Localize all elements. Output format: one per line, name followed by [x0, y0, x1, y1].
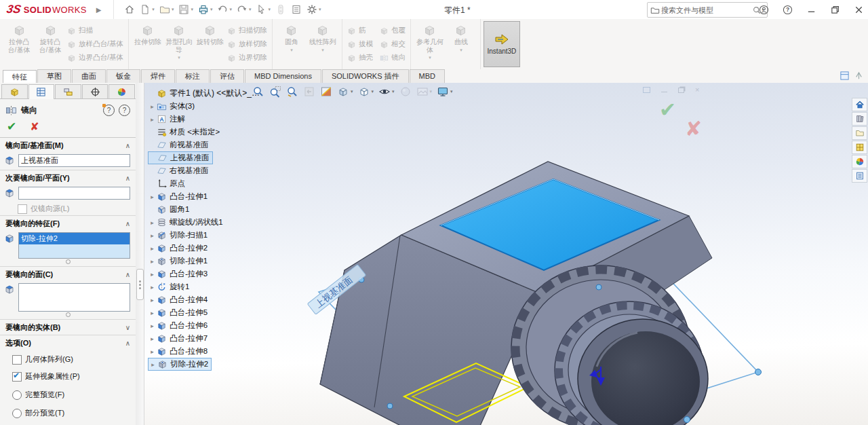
tree-item[interactable]: ▸切除-拉伸1	[148, 255, 210, 267]
new-file-button[interactable]	[138, 3, 157, 16]
appearances-icon[interactable]	[852, 155, 867, 168]
expand-icon[interactable]: ▸	[148, 103, 157, 110]
expand-icon[interactable]: ▸	[148, 297, 157, 303]
tree-item[interactable]: ▸凸台-拉伸7	[148, 332, 210, 345]
hide-show-icon[interactable]	[378, 86, 395, 98]
home-icon[interactable]	[852, 98, 867, 111]
rebuild-button[interactable]	[273, 3, 288, 16]
draft-button[interactable]: 拔模	[347, 39, 373, 50]
tab-annotation[interactable]: 标注	[176, 69, 210, 83]
design-library-icon[interactable]	[852, 112, 867, 126]
tab-solidworks-addins[interactable]: SOLIDWORKS 插件	[322, 69, 409, 83]
view-settings-icon[interactable]	[437, 86, 453, 98]
tree-item[interactable]: 前视基准面	[148, 138, 212, 151]
tree-item[interactable]: ▸凸台-拉伸2	[148, 242, 210, 255]
search-scope-folder-icon[interactable]	[650, 5, 660, 15]
tab-mbd[interactable]: MBD	[410, 69, 445, 83]
list-resize-handle[interactable]	[66, 312, 71, 317]
linear-pattern-button[interactable]: 线性阵列▾	[309, 22, 337, 53]
configu​ration-manager-tab[interactable]	[55, 84, 81, 98]
confirm-cancel-icon[interactable]: ✘	[685, 117, 702, 141]
display-manager-tab[interactable]	[108, 84, 135, 98]
propagate-visual-checkbox[interactable]	[12, 372, 22, 382]
expand-icon[interactable]: ▸	[148, 284, 157, 291]
confirm-ok-icon[interactable]: ✔	[659, 98, 676, 122]
account-icon[interactable]	[759, 5, 769, 15]
lofted-boss-button[interactable]: 放样凸台/基体	[67, 39, 123, 50]
view-palette-icon[interactable]	[852, 141, 867, 154]
doc-window-icon[interactable]	[643, 87, 650, 93]
tree-item[interactable]: ▸凸台-拉伸8	[148, 345, 210, 358]
curves-button[interactable]: 曲线▾	[447, 22, 475, 53]
graphics-area[interactable]: 上视基准面 × ✔ ✘ 镜向	[0, 83, 868, 425]
tree-item[interactable]: 原点	[148, 177, 188, 190]
tree-item[interactable]: 材质 <未指定>	[148, 126, 222, 138]
zoom-fit-icon[interactable]	[252, 86, 264, 98]
rib-button[interactable]: 筋	[347, 25, 373, 36]
doc-restore-icon[interactable]	[678, 88, 684, 93]
help-circle-icon[interactable]: ?	[119, 105, 130, 116]
expand-icon[interactable]: ▸	[148, 322, 157, 329]
tab-weldments[interactable]: 焊件	[141, 69, 175, 83]
mirror-plane-field[interactable]	[18, 154, 130, 167]
selected-feature-item[interactable]: 切除-拉伸2	[19, 233, 130, 244]
options-button[interactable]	[304, 3, 323, 16]
tree-item[interactable]: 右视基准面	[148, 164, 212, 177]
whats-new-help-icon[interactable]: ?	[103, 105, 115, 116]
edit-appearance-icon[interactable]	[399, 86, 412, 98]
tree-item[interactable]: ▸切除-拉伸2	[148, 358, 212, 371]
file-explorer-icon[interactable]	[852, 126, 867, 140]
faces-section-header[interactable]: 要镜向的面(C)∧	[0, 266, 136, 282]
expand-icon[interactable]: ▸	[148, 219, 157, 226]
ribbon-display-icon[interactable]	[840, 71, 850, 81]
view-orientation-icon[interactable]	[337, 86, 353, 98]
revolved-boss-button[interactable]: 旋转凸台/基体	[36, 22, 64, 54]
full-preview-radio[interactable]	[12, 390, 22, 400]
list-resize-handle[interactable]	[66, 259, 71, 264]
extruded-cut-button[interactable]: 拉伸切除	[134, 22, 162, 46]
expand-icon[interactable]: ▸	[148, 271, 157, 278]
tree-item[interactable]: ▸旋转1	[148, 280, 192, 293]
zoom-select-icon[interactable]	[286, 86, 298, 98]
hole-wizard-button[interactable]: 异型孔向导▾	[165, 22, 193, 60]
instant3d-button[interactable]: Instant3D	[484, 21, 520, 67]
section-view-icon[interactable]	[320, 86, 332, 98]
secondary-plane-section-header[interactable]: 次要镜向面/平面(Y)∧	[0, 170, 136, 185]
panel-splitter-handle[interactable]	[136, 269, 144, 300]
tree-item[interactable]: ▸螺旋线/涡状线1	[148, 216, 226, 229]
expand-icon[interactable]: ▸	[148, 335, 157, 342]
expand-icon[interactable]: ▸	[149, 361, 157, 368]
apply-scene-icon[interactable]	[416, 86, 433, 98]
tab-sketch[interactable]: 草图	[37, 69, 71, 83]
minimize-button[interactable]	[806, 5, 816, 15]
doc-minimize-icon[interactable]	[661, 92, 667, 92]
swept-boss-button[interactable]: 扫描	[67, 25, 123, 36]
open-button[interactable]	[157, 3, 176, 16]
feature-manager-tab[interactable]	[1, 84, 28, 98]
extruded-boss-button[interactable]: 拉伸凸台/基体	[5, 22, 33, 54]
tab-surfaces[interactable]: 曲面	[72, 69, 106, 83]
undo-button[interactable]	[215, 3, 234, 16]
options-section-header[interactable]: 选项(O)∧	[0, 335, 136, 350]
tree-root-item[interactable]: 零件1 (默认) <<默认>_…	[148, 87, 262, 100]
revolved-cut-button[interactable]: 旋转切除	[196, 22, 224, 46]
geometry-pattern-checkbox[interactable]	[12, 355, 22, 365]
print-button[interactable]	[196, 3, 215, 16]
home-button[interactable]	[122, 3, 137, 16]
file-properties-button[interactable]	[289, 3, 304, 16]
fillet-button[interactable]: 圆角▾	[277, 22, 306, 53]
close-button[interactable]	[854, 5, 864, 15]
tree-item[interactable]: ▸注解	[148, 113, 188, 126]
lofted-cut-button[interactable]: 放样切除	[227, 39, 267, 50]
tab-sheet-metal[interactable]: 钣金	[106, 69, 140, 83]
tree-item[interactable]: ▸凸台-拉伸1	[148, 190, 210, 203]
faces-to-mirror-list[interactable]	[18, 283, 130, 312]
tab-mbd-dimensions[interactable]: MBD Dimensions	[245, 69, 321, 83]
tree-item[interactable]: ▸凸台-拉伸3	[148, 267, 210, 280]
tree-item[interactable]: 上视基准面	[148, 151, 213, 164]
expand-icon[interactable]: ▸	[148, 310, 157, 316]
wrap-button[interactable]: 包覆	[380, 25, 406, 36]
boundary-boss-button[interactable]: 边界凸台/基体	[67, 52, 123, 63]
save-button[interactable]	[176, 3, 195, 16]
features-to-mirror-list[interactable]: 切除-拉伸2	[18, 232, 130, 259]
